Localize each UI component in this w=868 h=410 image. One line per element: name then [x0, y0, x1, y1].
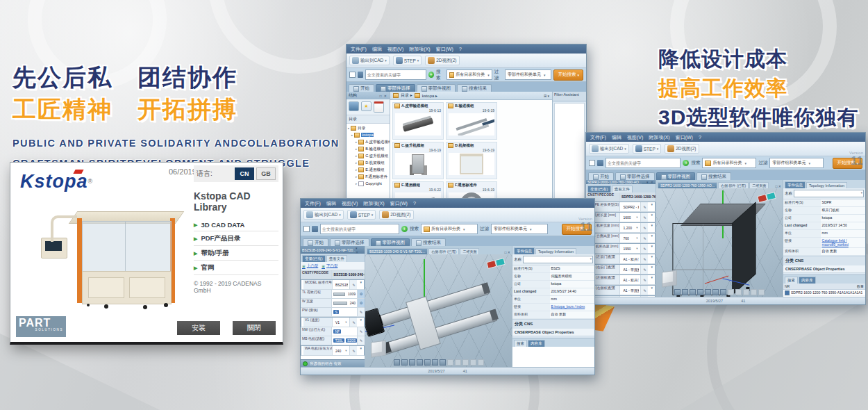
view-tool-icon[interactable]: [682, 289, 688, 295]
view-tab-model[interactable]: BSZS1B-1009-240-S-V1-NF-T20L...: [367, 248, 428, 254]
tree-item[interactable]: ▸B.输送模组: [347, 145, 390, 152]
parameter-row[interactable]: R1 (左前门)配置A1 - 双开门 - 曲线边角: [586, 254, 656, 264]
view-tab-2d[interactable]: 二维页面: [749, 182, 769, 188]
view-tool-icon[interactable]: [424, 359, 431, 366]
edit-value-icon[interactable]: [640, 254, 648, 263]
2d-view-button[interactable]: 2D视图(2): [665, 144, 699, 154]
filter-select[interactable]: 零部件组和类单元: [491, 224, 548, 234]
menu-item[interactable]: 文件(F): [305, 200, 321, 207]
favorites-star-icon[interactable]: ★: [361, 101, 372, 111]
search-scope-select[interactable]: 所有目录和分类: [702, 158, 756, 168]
3d-viewport[interactable]: [365, 254, 512, 368]
tree-item[interactable]: ▸F.通用标准件: [347, 173, 390, 180]
parameter-row[interactable]: W1 机柜宽度 [mm]1,200: [586, 222, 656, 233]
menu-item[interactable]: ?: [413, 201, 416, 206]
tree-item[interactable]: ▸kstopa: [347, 131, 390, 138]
add-search-icon[interactable]: +: [428, 72, 434, 78]
step-format-button[interactable]: STEP▾: [347, 210, 376, 220]
parameter-row[interactable]: NW (运行方式)NF: [301, 327, 365, 336]
view-tab-side[interactable]: 右侧:部件 (已有): [718, 182, 749, 188]
dialog-link[interactable]: ▶3D CAD DATA: [194, 218, 278, 231]
edit-value-icon[interactable]: [357, 308, 365, 316]
content-list-tab[interactable]: 内容库: [528, 340, 545, 347]
edit-value-icon[interactable]: [349, 280, 357, 289]
start-search-button[interactable]: 开始搜索▾: [553, 69, 583, 81]
view-tool-icon[interactable]: [409, 359, 415, 366]
edit-value-icon[interactable]: [349, 346, 357, 355]
search-list-tab[interactable]: 搜索: [785, 277, 798, 284]
start-search-button[interactable]: 开始搜索▾: [562, 224, 592, 235]
view-tool-icon[interactable]: [712, 289, 719, 295]
parameter-row[interactable]: WA 电机(安装方式)240: [301, 345, 365, 356]
menu-item[interactable]: 文件(F): [590, 134, 606, 141]
search-mode-button[interactable]: [597, 160, 603, 166]
install-button[interactable]: 安装: [177, 321, 220, 335]
search-option-checkbox[interactable]: [303, 226, 310, 232]
variables-subtab[interactable]: 变量(已有): [587, 186, 611, 192]
menu-item[interactable]: ?: [699, 135, 701, 140]
search-scope-select[interactable]: 所有目录和分类: [446, 69, 492, 80]
filter-assistant-tab[interactable]: Filter Assistant: [553, 92, 586, 101]
expand-arrow-icon[interactable]: ▸: [356, 161, 357, 165]
tree-item[interactable]: ▸D.机架模组: [347, 159, 390, 166]
view-tab-side[interactable]: 右侧:部件 (已有): [428, 248, 459, 254]
parameter-row[interactable]: H2 机柜高度 [mm]1990: [586, 243, 656, 254]
search-option-checkbox[interactable]: [589, 160, 595, 166]
edit-value-icon[interactable]: [640, 265, 648, 274]
menu-item[interactable]: 窗口(W): [676, 134, 693, 141]
expand-arrow-icon[interactable]: ▸: [356, 154, 357, 158]
parameter-row[interactable]: TYPE 柜体类型(S)SDPR2 - 双开门: [586, 202, 656, 212]
export-to-cad-button[interactable]: 输出到CAD▾: [589, 144, 629, 154]
search-mode-button[interactable]: [312, 226, 318, 232]
catalog-card[interactable]: B.输送模组 19-6-19: [446, 102, 497, 140]
parameter-row[interactable]: A 机柜长度 [mm]1600: [586, 212, 656, 222]
view-tool-icon[interactable]: [440, 359, 446, 366]
search-input[interactable]: [606, 158, 681, 168]
export-to-cad-button[interactable]: 输出到CAD▾: [303, 210, 344, 220]
menu-item[interactable]: 窗口(W): [390, 200, 408, 207]
dialog-link[interactable]: ▶官网: [194, 261, 278, 275]
view-tool-icon[interactable]: [394, 359, 400, 366]
close-button[interactable]: 關閉: [233, 321, 276, 335]
tree-item[interactable]: ▸A.皮带输送模组: [347, 138, 390, 145]
parameter-row[interactable]: R2 (右前门)配置A1 - 带观察窗 - 曲线: [586, 264, 656, 274]
menu-item[interactable]: 窗口(W): [436, 46, 453, 53]
name-select[interactable]: [794, 190, 864, 197]
view-tab-model[interactable]: SDPR2-1600-1200-760-1990-AO...: [658, 182, 717, 188]
catalog-card[interactable]: C.提升机模组 19-6-19: [392, 142, 444, 179]
variables-subtab[interactable]: 变量(已有): [302, 255, 326, 262]
2d-view-button[interactable]: 2D视图(2): [425, 56, 459, 65]
panel-window-buttons[interactable]: ▾ ✕: [356, 246, 363, 254]
anaglyph-3d-glasses-icon[interactable]: [757, 192, 776, 202]
menu-item[interactable]: 编辑: [326, 200, 336, 207]
filter-select[interactable]: 零部件组和类单元: [505, 69, 552, 80]
tree-item[interactable]: ▸C.提升机模组: [347, 152, 390, 159]
view-tab-2d[interactable]: 二维页面: [460, 248, 479, 254]
language-gb-button[interactable]: GB: [256, 167, 276, 180]
expand-arrow-icon[interactable]: ▸: [348, 126, 349, 130]
3d-viewport[interactable]: [656, 188, 783, 297]
content-list-tab[interactable]: 内容库: [799, 277, 816, 284]
menu-item[interactable]: 附加项(X): [363, 200, 384, 207]
parameter-row[interactable]: R4 (右侧板)配置A1 - 带观察窗 - 曲线: [586, 285, 656, 295]
breadcrumb-root[interactable]: 目录 ▸: [401, 92, 412, 99]
add-search-icon[interactable]: +: [683, 160, 689, 166]
parameter-row[interactable]: TL 有效行程1009: [301, 290, 365, 299]
step-format-button[interactable]: STEP▾: [393, 56, 422, 65]
menu-item[interactable]: 附加项(X): [409, 46, 430, 53]
expand-arrow-icon[interactable]: ▸: [351, 133, 353, 137]
menu-item[interactable]: 附加项(X): [649, 134, 669, 141]
step-format-button[interactable]: STEP▾: [633, 144, 662, 154]
topology-info-tab[interactable]: Topology Information: [535, 248, 576, 254]
edit-value-icon[interactable]: [640, 213, 648, 222]
menu-item[interactable]: 视图(V): [342, 200, 358, 207]
view-tool-icon[interactable]: [697, 289, 703, 295]
view-tool-icon[interactable]: [720, 289, 726, 295]
part-tab-label[interactable]: BSZS1B-1009-240-S-V1-NF-T20...: [302, 248, 356, 252]
menu-item[interactable]: 编辑: [372, 46, 382, 53]
edit-value-icon[interactable]: [357, 290, 365, 298]
edit-value-icon[interactable]: [640, 202, 648, 211]
view-options-icons[interactable]: ⊞ ▾: [544, 94, 549, 98]
parameter-row[interactable]: CNSTYPECODESDPR2-1600-1200-760-1...: [586, 192, 656, 202]
catalog-card[interactable]: A.皮带输送模组 19-6-13: [392, 102, 444, 140]
